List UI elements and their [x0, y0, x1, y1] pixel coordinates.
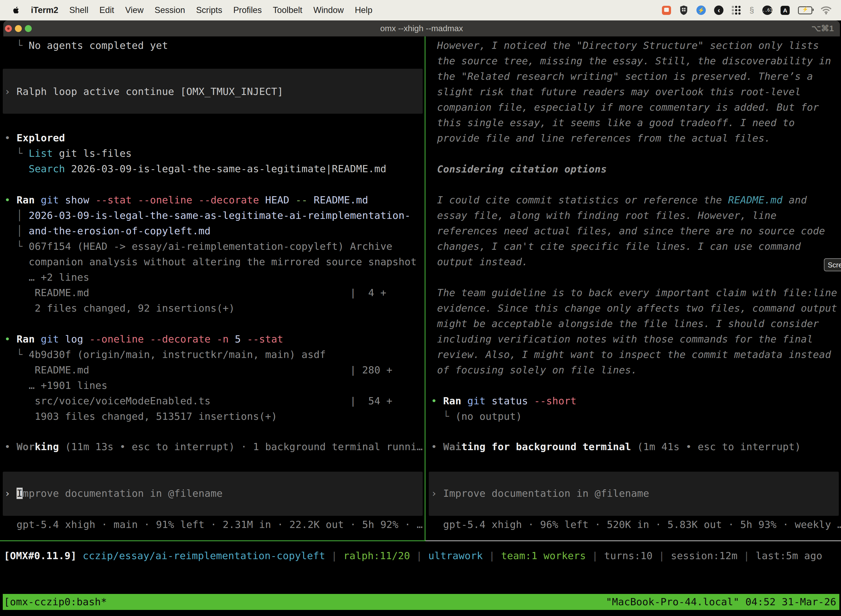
left-pane-bottom-border: [0, 540, 425, 541]
menu-item-iterm2[interactable]: iTerm2: [31, 5, 58, 15]
window-title: omx --xhigh --madmax: [3, 21, 840, 37]
pane-divider[interactable]: [425, 37, 425, 540]
battery-bolt-icon: ⚡: [799, 6, 812, 12]
menu-item-session[interactable]: Session: [154, 5, 185, 15]
right-pane-bottom-border: [425, 540, 841, 541]
menu-item-help[interactable]: Help: [355, 5, 372, 15]
bolt-app-icon[interactable]: ⚡: [696, 6, 706, 15]
menu-item-window[interactable]: Window: [314, 5, 344, 15]
right-prompt-box[interactable]: [429, 472, 839, 516]
menu-item-toolbelt[interactable]: Toolbelt: [273, 5, 302, 15]
battery-nub: [813, 9, 814, 11]
squiggle-icon[interactable]: §: [749, 6, 754, 15]
menubar-status-icons: ⚡ ‹ § ..61 A ⚡: [662, 5, 832, 15]
wifi-icon[interactable]: [820, 6, 832, 15]
menu-item-view[interactable]: View: [125, 5, 144, 15]
chat-app-icon[interactable]: [662, 6, 671, 15]
menu-item-profiles[interactable]: Profiles: [233, 5, 262, 15]
menu-item-scripts[interactable]: Scripts: [196, 5, 223, 15]
terminal-background: [3, 37, 840, 616]
menu-item-shell[interactable]: Shell: [69, 5, 88, 15]
chat-bubble-inner: [664, 8, 669, 12]
shield-icon[interactable]: [679, 5, 688, 15]
tmux-status-bar: [3, 594, 840, 610]
screen-share-chip[interactable]: Scre: [824, 258, 841, 271]
battery-icon[interactable]: ⚡: [798, 6, 812, 14]
macos-menu-bar: iTerm2ShellEditViewSessionScriptsProfile…: [0, 0, 841, 21]
ralph-inject-box: [3, 69, 423, 114]
window-shortcut-badge: ⌥⌘1: [812, 21, 834, 37]
apple-menu-icon[interactable]: [13, 6, 20, 14]
input-source-icon[interactable]: A: [781, 6, 790, 15]
dots-grid-icon[interactable]: [732, 6, 741, 15]
left-prompt-box[interactable]: [3, 472, 423, 516]
menu-items: iTerm2ShellEditViewSessionScriptsProfile…: [31, 5, 372, 15]
chevron-app-icon[interactable]: ‹: [714, 6, 724, 15]
battery-percent-badge-icon[interactable]: ..61: [762, 6, 772, 15]
menu-item-edit[interactable]: Edit: [99, 5, 114, 15]
